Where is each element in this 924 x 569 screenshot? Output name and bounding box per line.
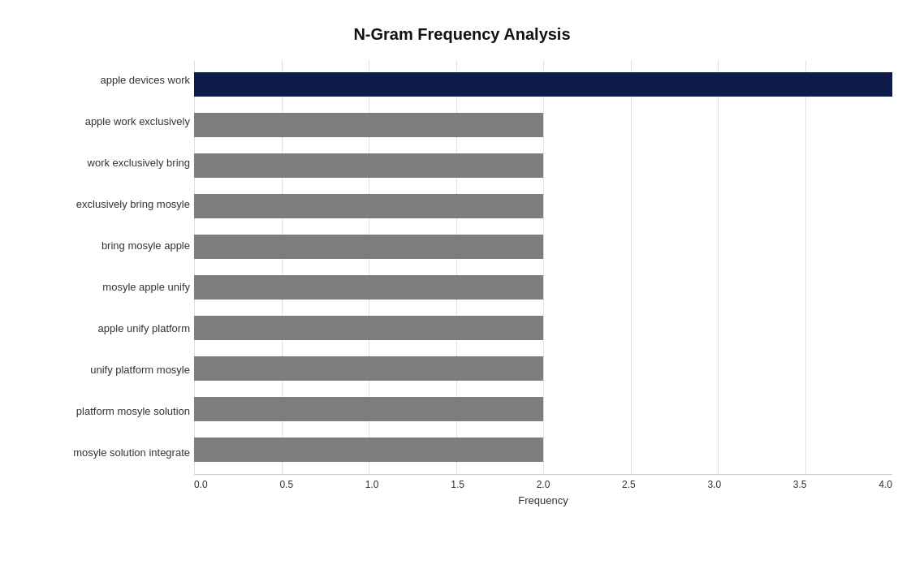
x-tick: 1.0 xyxy=(365,479,379,490)
bar xyxy=(194,153,543,178)
x-axis-label: Frequency xyxy=(194,494,892,506)
y-label: mosyle apple unify xyxy=(32,281,190,294)
bar-row xyxy=(194,352,892,385)
bar-row xyxy=(194,231,892,263)
y-label: apple devices work xyxy=(32,74,190,87)
chart-title: N-Gram Frequency Analysis xyxy=(32,25,892,44)
bar-row xyxy=(194,68,892,101)
y-label: exclusively bring mosyle xyxy=(32,198,190,211)
bar-row xyxy=(194,271,892,304)
x-tick: 3.0 xyxy=(707,479,721,490)
y-label: unify platform mosyle xyxy=(32,364,190,377)
chart-container: N-Gram Frequency Analysis apple devices … xyxy=(15,9,909,561)
y-axis-labels: apple devices workapple work exclusively… xyxy=(32,60,194,474)
y-label: platform mosyle solution xyxy=(32,405,190,418)
bar-row xyxy=(194,393,892,425)
y-label: apple work exclusively xyxy=(32,115,190,128)
x-axis-ticks: 0.00.51.01.52.02.53.03.54.0 xyxy=(194,475,892,490)
x-tick: 1.5 xyxy=(451,479,464,490)
bar xyxy=(194,113,543,137)
y-label: mosyle solution integrate xyxy=(32,446,190,459)
x-tick: 2.5 xyxy=(622,479,636,490)
y-label: work exclusively bring xyxy=(32,157,190,170)
bar-row xyxy=(194,312,892,344)
x-tick: 2.0 xyxy=(537,479,551,490)
x-tick: 4.0 xyxy=(879,479,892,490)
bar xyxy=(194,235,543,259)
bar xyxy=(194,356,543,381)
bar xyxy=(194,438,543,462)
bar xyxy=(194,275,543,300)
bar xyxy=(194,397,543,421)
bar xyxy=(194,316,543,340)
bar-row xyxy=(194,433,892,466)
x-tick: 0.0 xyxy=(194,479,208,490)
x-tick: 3.5 xyxy=(793,479,807,490)
y-label: bring mosyle apple xyxy=(32,239,190,252)
bar-row xyxy=(194,109,892,141)
y-label: apple unify platform xyxy=(32,322,190,335)
bar xyxy=(194,194,543,218)
bar-row xyxy=(194,190,892,222)
bar-row xyxy=(194,149,892,182)
bar xyxy=(194,72,892,97)
x-tick: 0.5 xyxy=(279,479,293,490)
